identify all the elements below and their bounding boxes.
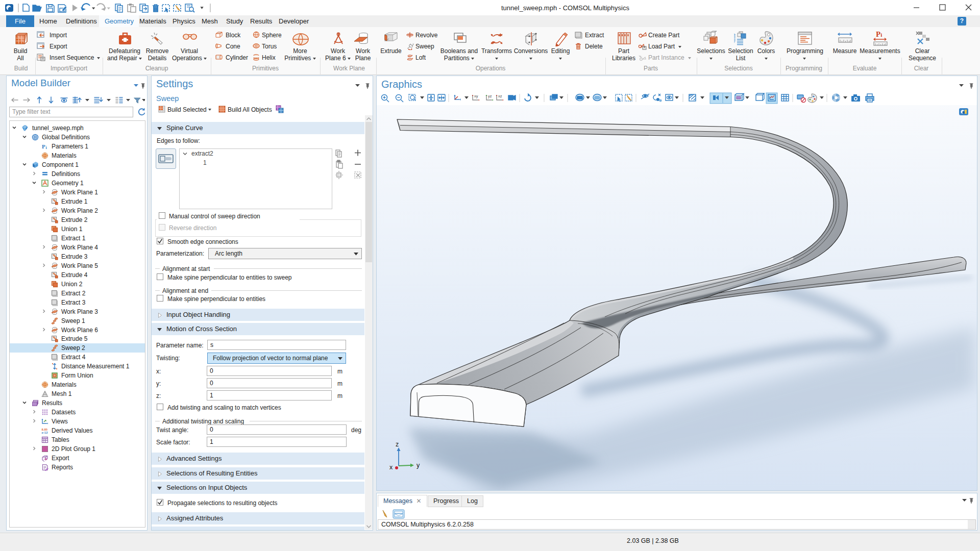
- svg-text:xy: xy: [474, 94, 478, 98]
- svg-text:yz: yz: [488, 94, 492, 98]
- svg-text:y: y: [416, 462, 420, 469]
- svg-text:z: z: [396, 441, 399, 448]
- svg-text:Pi: Pi: [876, 30, 882, 38]
- svg-text:x: x: [389, 464, 393, 471]
- svg-text:xz: xz: [498, 94, 502, 98]
